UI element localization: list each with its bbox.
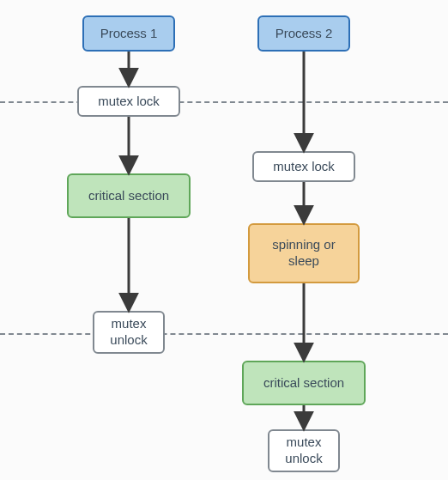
arrows-layer: [0, 0, 448, 480]
